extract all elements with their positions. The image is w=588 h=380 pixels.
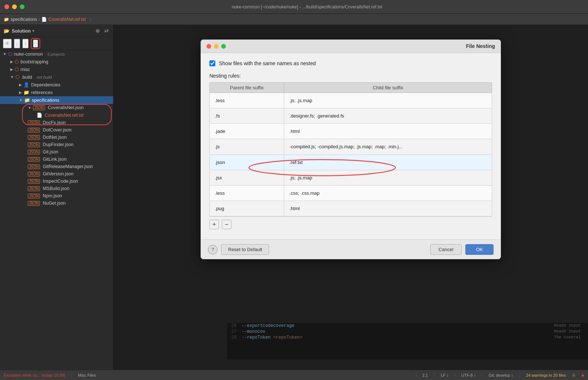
close-button[interactable] bbox=[4, 4, 9, 9]
parent-cell: .js bbox=[210, 139, 284, 154]
show-nested-label: Show files with the same names as nested bbox=[219, 60, 316, 66]
copy-icon[interactable]: ⎘ bbox=[33, 40, 38, 48]
tree-item-gitversion[interactable]: JSON GitVersion.json bbox=[0, 170, 113, 178]
warning-icon: ⚠ bbox=[572, 373, 576, 377]
lf-status[interactable]: LF ↕ bbox=[441, 373, 449, 377]
sidebar-header: 📂 Solution ▾ ⊕ ⇄ bbox=[0, 25, 113, 37]
breadcrumb-item-1[interactable]: specifications bbox=[11, 17, 37, 22]
tree-item-misc[interactable]: ▶ ⬡ misc bbox=[0, 66, 113, 73]
warnings-status[interactable]: 24 warnings in 20 files bbox=[526, 373, 566, 377]
child-cell-json[interactable]: .ref.txt bbox=[284, 154, 492, 170]
copy-icon-container: ⎘ bbox=[31, 38, 40, 49]
tree-item-specifications[interactable]: ▼ 📁 specifications bbox=[0, 96, 113, 104]
col-child-header: Child file suffix bbox=[284, 83, 492, 93]
tree-item-npm[interactable]: JSON Npm.json bbox=[0, 192, 113, 200]
tree-item-root[interactable]: ▼ ⬡ nuke-common · 6 projects bbox=[0, 50, 113, 58]
git-status[interactable]: Git: develop ↕ bbox=[489, 373, 513, 377]
encoding-status[interactable]: UTF-8 ↕ bbox=[461, 373, 476, 377]
download-icon[interactable]: ↓ bbox=[14, 39, 20, 48]
parent-cell: .pug bbox=[210, 201, 284, 216]
arrow-up-icon[interactable]: ↑ bbox=[22, 39, 29, 48]
table-row-json[interactable]: .json .ref.txt bbox=[210, 154, 492, 170]
child-cell: .js; .js.map bbox=[284, 170, 492, 185]
sidebar-header-icons: ⊕ ⇄ bbox=[95, 27, 109, 34]
position-status[interactable]: 1:1 bbox=[423, 373, 428, 377]
help-button[interactable]: ? bbox=[208, 245, 217, 254]
tree-item-gitlink[interactable]: JSON GitLink.json bbox=[0, 156, 113, 163]
tree-item-docfx[interactable]: JSON DocFx.json bbox=[0, 119, 113, 126]
tree-item-references[interactable]: ▶ 📁 references bbox=[0, 89, 113, 96]
child-cell: .js; .js.map bbox=[284, 93, 492, 108]
maximize-button[interactable] bbox=[20, 4, 25, 9]
file-nesting-dialog: File Nesting Show files with the same na… bbox=[201, 40, 501, 259]
status-bar: Exception while co... (today 19:39) | Mi… bbox=[0, 370, 588, 380]
dialog-body: Show files with the same names as nested… bbox=[201, 53, 501, 239]
col-parent-header: Parent file suffix bbox=[210, 83, 284, 93]
tree-item-git[interactable]: JSON Git.json bbox=[0, 148, 113, 156]
remove-rule-button[interactable]: − bbox=[222, 220, 231, 229]
tree-item-dotcover[interactable]: JSON DotCover.json bbox=[0, 126, 113, 134]
nesting-rules-label: Nesting rules: bbox=[209, 73, 492, 79]
root-label: nuke-common bbox=[14, 52, 43, 57]
breadcrumb-icon: 📁 bbox=[4, 17, 9, 22]
child-cell: -compiled.js; -compiled.js.map; .js.map;… bbox=[284, 139, 492, 154]
add-rule-button[interactable]: + bbox=[209, 220, 219, 229]
sidebar-title: Solution bbox=[12, 28, 31, 34]
tree-item-dependencies[interactable]: ▶ 👤 Dependencies bbox=[0, 81, 113, 89]
vcs-icon: ↑ bbox=[89, 16, 92, 22]
cancel-button[interactable]: Cancel bbox=[430, 244, 462, 255]
child-cell: .designer.fs; .generated.fs bbox=[284, 108, 492, 124]
misc-files-status[interactable]: Misc Files bbox=[78, 373, 96, 377]
tree-item-build[interactable]: ▼ ⬡ .build · not build bbox=[0, 73, 113, 81]
tree-item-bootstrapping[interactable]: ▶ ⬡ bootstrapping bbox=[0, 58, 113, 66]
dialog-footer: ? Reset to Default Cancel OK bbox=[201, 239, 501, 259]
parent-cell: .fs bbox=[210, 108, 284, 124]
table-row[interactable]: .jade .html bbox=[210, 124, 492, 139]
modal-overlay: File Nesting Show files with the same na… bbox=[113, 25, 588, 370]
parent-cell-json[interactable]: .json bbox=[210, 154, 284, 170]
settings-icon[interactable]: ⇄ bbox=[104, 27, 109, 34]
sidebar: 📂 Solution ▾ ⊕ ⇄ 👁 ↓ ↑ ⎘ ▼ ⬡ nuke-commo bbox=[0, 25, 113, 370]
dialog-maximize-button[interactable] bbox=[221, 44, 226, 49]
title-bar: nuke-common [~/code/nuke/nuke] - .../bui… bbox=[0, 0, 588, 14]
table-row[interactable]: .less .js; .js.map bbox=[210, 93, 492, 108]
child-cell: .css; .css.map bbox=[284, 185, 492, 201]
window-title: nuke-common [~/code/nuke/nuke] - .../bui… bbox=[30, 4, 584, 10]
copy-icon-highlight: ⎘ bbox=[31, 38, 40, 49]
breadcrumb-item-2-icon: 📄 bbox=[41, 17, 47, 22]
tree-item-nuget[interactable]: JSON NuGet.json bbox=[0, 200, 113, 207]
parent-cell: .less bbox=[210, 185, 284, 201]
table-row[interactable]: .pug .html bbox=[210, 201, 492, 216]
nesting-table: Parent file suffix Child file suffix .le… bbox=[209, 82, 492, 216]
dialog-close-button[interactable] bbox=[206, 44, 211, 49]
tree-item-dotnet[interactable]: JSON DotNet.json bbox=[0, 134, 113, 141]
tree-item-msbuild[interactable]: JSON MSBuild.json bbox=[0, 185, 113, 192]
dialog-title: File Nesting bbox=[466, 43, 495, 49]
tree-item-coverallsnet-json[interactable]: ▼ JSON CoverallsNet.json bbox=[0, 104, 113, 111]
table-row[interactable]: .js -compiled.js; -compiled.js.map; .js.… bbox=[210, 139, 492, 154]
tree-item-gitreleasemanager[interactable]: JSON GitReleaseManager.json bbox=[0, 163, 113, 170]
content-area: 26 --exportcodecoverage Reads input 27 -… bbox=[113, 25, 588, 370]
dialog-traffic-lights bbox=[206, 44, 226, 49]
tree-item-inspectcode[interactable]: JSON InspectCode.json bbox=[0, 178, 113, 185]
dialog-minimize-button[interactable] bbox=[214, 44, 219, 49]
eye-icon[interactable]: 👁 bbox=[3, 39, 12, 48]
reset-to-default-button[interactable]: Reset to Default bbox=[221, 244, 269, 255]
traffic-lights bbox=[4, 4, 25, 9]
parent-cell: .jade bbox=[210, 124, 284, 139]
coverallsnet-json-container: ▼ JSON CoverallsNet.json 📄 CoverallsNet.… bbox=[0, 104, 113, 119]
table-row[interactable]: .less .css; .css.map bbox=[210, 185, 492, 201]
child-cell: .html bbox=[284, 201, 492, 216]
add-icon[interactable]: ⊕ bbox=[95, 27, 101, 34]
table-row[interactable]: .jsx .js; .js.map bbox=[210, 170, 492, 185]
tree-item-dupfinder[interactable]: JSON DupFinder.json bbox=[0, 141, 113, 148]
exception-status[interactable]: Exception while co... (today 19:39) bbox=[4, 373, 65, 377]
tree-item-coverallsnet-reftxt[interactable]: 📄 CoverallsNet.ref.txt bbox=[0, 111, 113, 119]
dialog-title-bar: File Nesting bbox=[201, 40, 501, 53]
ok-button[interactable]: OK bbox=[465, 244, 494, 255]
table-row[interactable]: .fs .designer.fs; .generated.fs bbox=[210, 108, 492, 124]
breadcrumb-item-2[interactable]: CoverallsNet.ref.txt bbox=[48, 17, 86, 22]
minimize-button[interactable] bbox=[12, 4, 17, 9]
parent-cell: .jsx bbox=[210, 170, 284, 185]
show-nested-checkbox[interactable] bbox=[209, 60, 215, 66]
